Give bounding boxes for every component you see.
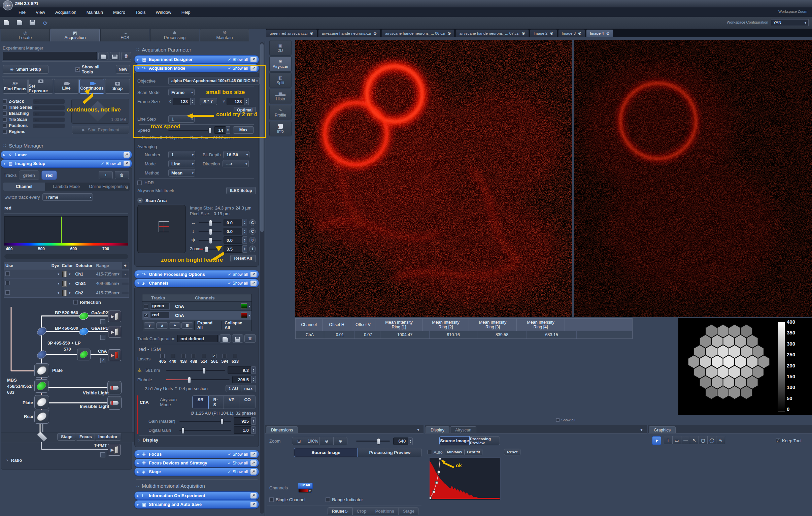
expand-icon[interactable]: ▶ <box>137 273 142 276</box>
gain-stepper[interactable]: 925▴▾ <box>234 417 256 425</box>
add-track-button[interactable]: + <box>99 171 113 179</box>
config-delete-button[interactable]: 🗑 <box>244 334 256 343</box>
close-icon[interactable]: ⊗ <box>447 31 451 36</box>
imaging-tab-channel[interactable]: Channel <box>3 183 45 191</box>
pinhole-stepper[interactable]: 208.5▴▾ <box>232 376 256 383</box>
laser-594[interactable]: 594 <box>221 354 228 364</box>
scan-area-preview[interactable] <box>137 205 186 253</box>
experiment-save-button[interactable] <box>110 52 120 60</box>
incubator-button[interactable]: Incubator <box>95 433 121 440</box>
menu-item-acquisition[interactable]: Acquisition <box>50 10 82 15</box>
stage-button[interactable]: Stage <box>57 433 76 440</box>
curve-handle[interactable] <box>430 497 432 499</box>
tool-text-button[interactable]: T <box>664 436 673 444</box>
open-button[interactable] <box>15 19 24 27</box>
document-tab[interactable]: Image 2⊗ <box>530 29 557 37</box>
popup-icon[interactable]: ↗ <box>123 161 129 166</box>
menu-item-view[interactable]: View <box>31 10 50 15</box>
document-tab[interactable]: airyscane hande neurons_... 06.czi⊗ <box>381 29 455 37</box>
sync-button[interactable]: ⟳ <box>41 19 50 27</box>
channel-color-swatch[interactable] <box>241 313 247 318</box>
offset-x-slider[interactable] <box>199 222 222 223</box>
stage-button[interactable]: Stage <box>399 507 419 515</box>
tool-select-button[interactable]: ➤ <box>652 436 661 445</box>
view-tab-split[interactable]: ◧Split <box>269 73 292 88</box>
use-checkbox[interactable] <box>5 290 10 295</box>
use-checkbox[interactable] <box>5 281 10 285</box>
gaasp1-detector-door-icon[interactable]: ▶ <box>108 326 121 338</box>
channel-color-swatch[interactable] <box>241 303 247 309</box>
hdr-checkbox[interactable]: HDR <box>137 180 256 185</box>
gaasp2-checkbox[interactable] <box>100 319 105 324</box>
show-all-tools-checkbox[interactable]: ✓Show all Tools <box>76 64 109 75</box>
chevron-down-icon[interactable]: ▾ <box>69 272 70 276</box>
crop-button[interactable]: Crop <box>352 507 371 515</box>
laser-checkbox[interactable] <box>233 354 237 358</box>
smart-setup-button[interactable]: ✳Smart Setup <box>3 65 49 74</box>
tool-line-button[interactable]: — <box>682 436 690 444</box>
laser-458[interactable]: 458 <box>180 354 187 364</box>
main-tab-maintain[interactable]: ⚒Maintain <box>200 29 249 42</box>
checkbox-icon[interactable] <box>3 105 7 109</box>
experiment-designer-bar[interactable]: ▶ ▦ Experiment Designer ✓Show all ↗ <box>134 55 259 64</box>
curve-handle[interactable] <box>435 481 438 484</box>
averaging-mode-select[interactable]: Line▾ <box>168 160 195 167</box>
bit-depth-select[interactable]: 16 Bit▾ <box>223 151 250 158</box>
focus-button[interactable]: Focus <box>76 433 96 440</box>
laser-section-bar[interactable]: ▶ ⚪ Laser ↗ <box>1 151 132 159</box>
switch-track-select[interactable]: Frame▾ <box>42 193 93 201</box>
reset-button[interactable]: Reset <box>504 449 520 455</box>
direction-select[interactable]: --->▾ <box>223 160 249 167</box>
track-row-red[interactable]: ✓redChA▾ <box>142 310 252 320</box>
laser-checkbox[interactable] <box>160 354 165 358</box>
fluorescence-image-main[interactable] <box>295 40 572 317</box>
stage-bar[interactable]: ▶◈ Stage ✓Show all ↗ <box>134 467 259 476</box>
delete-track-button[interactable]: 🗑 <box>181 322 193 329</box>
gaasp2-detector-door-icon[interactable]: ▶ <box>108 310 121 322</box>
popup-icon[interactable]: ↗ <box>251 280 257 286</box>
focus-devices-bar[interactable]: ▶✚ Focus Devices and Strategy ✓Show all … <box>134 459 259 467</box>
tool-ellipse-button[interactable]: ◯ <box>708 436 716 444</box>
start-experiment-button[interactable]: ▶Start Experiment <box>72 126 129 134</box>
popup-icon[interactable]: ↗ <box>251 57 257 62</box>
popup-icon[interactable]: ↗ <box>251 469 257 474</box>
display-tab[interactable]: Display <box>426 427 450 433</box>
mbs-button[interactable] <box>34 379 49 393</box>
imaging-tab-lambda-mode[interactable]: Lambda Mode <box>45 183 87 191</box>
plate-mirror-button[interactable] <box>34 363 49 378</box>
workspace-configuration-select[interactable]: YAN▾ <box>771 19 809 26</box>
track-green-chip[interactable]: green <box>19 170 39 180</box>
auto-checkbox[interactable]: Auto <box>428 450 443 455</box>
detector-range-select[interactable]: 415-735nm▾ <box>95 270 122 277</box>
chevron-down-icon[interactable]: ▾ <box>249 314 250 317</box>
laser-633[interactable]: 633 <box>232 354 239 364</box>
popup-icon[interactable]: ↗ <box>123 152 129 158</box>
tpmt-checkbox[interactable] <box>100 452 105 457</box>
document-tab[interactable]: green red airyscan.czi⊗ <box>266 29 317 37</box>
view-tab-histo[interactable]: ▂▆▃Histo <box>269 88 292 104</box>
config-save-button[interactable] <box>232 334 243 343</box>
zoom-in-button[interactable]: ⊕ <box>334 437 347 445</box>
digital-gain-stepper[interactable]: 1.0▴▾ <box>234 427 256 434</box>
collapse-icon[interactable]: ▼ <box>137 281 142 285</box>
reuse-button[interactable]: Reuse ↻ <box>327 507 352 515</box>
airyscan-tab[interactable]: Airyscan <box>450 427 476 433</box>
menu-item-macro[interactable]: Macro <box>108 10 130 15</box>
reflection-checkbox[interactable]: Reflection <box>74 300 132 305</box>
view-tab-airyscan[interactable]: ✳Airyscan <box>269 56 292 72</box>
show-all-toggle[interactable]: ✓Show all <box>228 57 248 62</box>
close-icon[interactable]: ⊗ <box>373 31 377 36</box>
track-name-field[interactable]: red <box>150 312 170 319</box>
new-document-button[interactable] <box>2 19 11 27</box>
keep-tool-checkbox[interactable]: ✓Keep Tool <box>776 438 802 443</box>
cha-checkbox[interactable]: ✓ <box>100 358 105 363</box>
laser-checkbox[interactable]: ✓ <box>212 354 216 358</box>
move-up-button[interactable]: ∧ <box>156 322 168 329</box>
display-expander[interactable]: ◔ Display <box>137 437 256 442</box>
streaming-autosave-bar[interactable]: ▶▣ Streaming and Auto Save ↗ <box>134 500 259 509</box>
one-au-button[interactable]: 1 AU <box>226 385 241 392</box>
offset-x-stepper[interactable]: 0.0▴▾ <box>224 219 247 226</box>
ratio-expander[interactable]: ◔Ratio <box>6 458 22 463</box>
track-checkbox[interactable]: ✓ <box>144 313 148 318</box>
show-all-toggle[interactable]: ✓Show all <box>228 452 248 457</box>
